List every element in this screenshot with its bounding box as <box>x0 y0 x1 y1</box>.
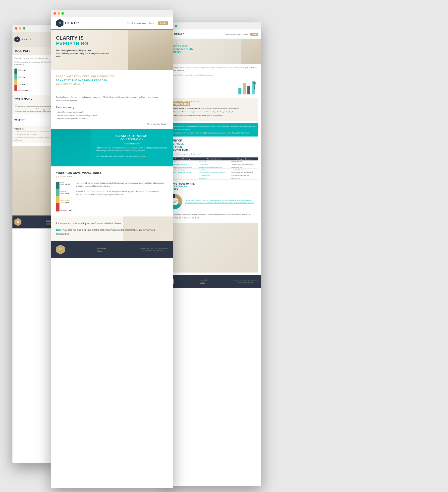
collab-content: CLARITY THROUGH COLLABORATION Hero7 clar… <box>56 134 168 158</box>
question-3: ...there are service gaps that can be fi… <box>56 118 168 120</box>
minimize-dot <box>19 27 21 30</box>
right-footer-credit: Website by GRM Marketing <box>233 281 258 283</box>
right-how-many-subtitle: know how well they are performed? By who… <box>167 153 258 155</box>
dot-3 <box>128 143 130 144</box>
svg-rect-2 <box>247 86 250 94</box>
table-row: QDIA Selection and Monitoring ERISA Serv… <box>167 163 258 166</box>
center-nav: H HERO7 Plan Governance Index Contact Lo… <box>51 17 173 30</box>
right-nav-pgi[interactable]: Plan Governance Index <box>224 33 241 35</box>
right-hero-content: Governance _ CLARIFY YOUR RETIREMENT PLA… <box>167 42 258 54</box>
gauge-bar <box>56 182 59 211</box>
right-hero-title: CLARIFY YOUR RETIREMENT PLAN PROCESS <box>167 45 258 54</box>
table-row: Model Value Selections and Monitoring Re… <box>167 166 258 169</box>
pgi-result-text: The result is a Plan Governance Index™ S… <box>76 190 168 196</box>
table-body: IPS Fiduciary Plan Design Wellness Servi… <box>167 160 258 180</box>
dot-8 <box>138 143 140 144</box>
cell-admin-4: Payroll Integration <box>198 169 230 171</box>
svg-rect-1 <box>243 83 246 94</box>
left-what-title: WHAT IT <box>14 119 54 122</box>
gauge-low <box>14 69 17 74</box>
right-footer: H Leadership Contact Copyright Hero7 202… <box>164 275 261 288</box>
left-pgi-label: THE PGI IS... <box>14 128 54 130</box>
right-hero-section: Governance _ CLARIFY YOUR RETIREMENT PLA… <box>164 39 261 64</box>
label-high: HIGH RISK 0-65 <box>18 89 28 91</box>
three-areas-text: Plan success is a measure of how well fi… <box>185 199 258 204</box>
right-how-many-title: W MANY OF SE SERVICES LY TO YOUR REMENT … <box>167 139 258 152</box>
questions-desc: Benefit plans are often complex and opaq… <box>56 96 168 102</box>
areas-desc: Plan success is a measure of how well fi… <box>185 199 258 204</box>
left-intro-text1: Hero7 helps you create a better pro reti… <box>14 57 54 59</box>
right-footer-links: Leadership Contact <box>200 279 208 284</box>
center-logo-text: HERO7 <box>65 21 79 25</box>
table-header: Process of Investing Plan Administration… <box>167 157 258 160</box>
right-nav-login[interactable]: Log In <box>250 33 258 36</box>
table-row: Investment Benchmarking Services Payroll… <box>167 169 258 171</box>
right-footer-link-leadership[interactable]: Leadership <box>200 279 208 281</box>
footer-copyright: Copyright Hero7 2021. All rights reserve… <box>138 248 168 250</box>
left-why-text: As a plan fiduciary, you have a responsi… <box>14 106 54 112</box>
right-benefit-2: ► Gain peace of mind knowing how service… <box>170 111 256 113</box>
label-med-high: MEDIUM-HIGHRISK 66-60 <box>18 82 28 85</box>
benefit-text-1: Reduce the risk of a fiduciary breach wh… <box>173 107 239 110</box>
col-header-outcomes: Participant Outcomes <box>230 157 258 160</box>
center-nav-links: Plan Governance Index Contact Log In <box>127 21 168 25</box>
svg-point-4 <box>253 82 256 85</box>
gauge-seg-low <box>56 182 59 189</box>
left-pgi-desc3: An indicator of where you may wish to up… <box>14 137 54 141</box>
hero7-areas-desc: Hero7 addresses each of these three core… <box>167 213 258 215</box>
learn-more-link[interactable]: LEARN MORE ABOUT THE PGI ▸ <box>167 217 258 219</box>
footer-link-leadership[interactable]: Leadership <box>97 247 106 249</box>
center-footer-info: Copyright Hero7 2021. All rights reserve… <box>138 248 168 252</box>
benefit-bold-3: Focus <box>173 115 177 117</box>
cell-outcome-7: HSA Services <box>230 177 258 180</box>
pgi-result-link[interactable]: Plan Governance Index™ <box>87 190 107 193</box>
benefit-rest-2: knowing how service providers are aligne… <box>187 111 235 113</box>
areas-link1[interactable]: plan administration <box>239 199 251 201</box>
cell-admin-2: ERISA Services <box>198 163 230 166</box>
pgi-subtitle: (PGI™) SCORE <box>56 175 168 178</box>
center-footer-links: Leadership Contact <box>97 247 106 252</box>
gauge-label-high: HIGH RISK 0-65 <box>60 210 72 211</box>
collab-text6: Hero7 shines the light on best practices… <box>96 155 134 157</box>
close-dot <box>15 27 17 30</box>
right-nav-contact[interactable]: Contact <box>243 33 248 35</box>
center-footer-logo: H <box>56 245 65 255</box>
nav-link-contact[interactable]: Contact <box>149 22 155 24</box>
transparency-line2: Hero7 will help you find the peace of mi… <box>56 228 168 236</box>
right-footer-copyright: Copyright Hero7 2021. All rights reserve… <box>233 280 258 281</box>
cell-admin-7: Cybersecurity <box>198 177 230 180</box>
right-governance-label: Governance _ <box>167 42 258 44</box>
left-why-title: WHY IT MATTE <box>14 97 54 100</box>
how-rest: do you know? <box>153 122 168 125</box>
right-plan-desc: A plan designed to deliver savings and t… <box>167 67 258 76</box>
hero-title-main: CLARITY IS <box>56 35 168 41</box>
center-browser-bar <box>51 10 173 17</box>
cell-admin-5: Audit Coordination Services and Oversigh… <box>198 171 230 174</box>
right-footer-link-contact[interactable]: Contact <box>200 282 208 284</box>
footer-link-contact[interactable]: Contact <box>97 250 106 252</box>
left-intro-text2: We'll help you understand and quan and r… <box>14 61 54 66</box>
left-browser-bar <box>12 25 56 32</box>
transparency-content: Retirement and other benefit plans aren'… <box>56 221 168 236</box>
cell-admin-1: Plan Design <box>198 160 230 163</box>
right-chart-illustration <box>236 78 258 96</box>
areas-link2[interactable]: process of investing <box>199 202 212 204</box>
pgi-desc: Hero7 is an advisor-led process that gui… <box>76 182 168 188</box>
left-what-section: WHAT IT <box>12 117 56 124</box>
hero-desc-rest: will help you create clarity that drives… <box>56 52 109 58</box>
right-browser-bar <box>164 22 261 29</box>
left-pgi-desc1: A number that represents the success of … <box>14 131 54 133</box>
gauge-high <box>14 85 17 91</box>
center-minimize-dot <box>57 12 60 15</box>
nav-link-pgi[interactable]: Plan Governance Index <box>127 22 146 24</box>
dot-4 <box>130 143 132 144</box>
left-pgi-title: YOUR PGI S <box>14 49 54 52</box>
footer-credit: Website by GRM Marketing <box>138 250 168 252</box>
tagline-2: DEMYSTIFY THE OVERSIGHT PROCESS <box>56 79 168 81</box>
right-nav: H HERO7 Plan Governance Index Contact Lo… <box>164 29 261 39</box>
three-areas-chart-row: Plan success is a measure of how well fi… <box>167 192 258 211</box>
right-main-content: A plan designed to deliver savings and t… <box>164 64 261 275</box>
nav-login-button[interactable]: Log In <box>158 21 168 25</box>
hero-desc-plain: Most benefit plans are anything but clea… <box>56 49 91 52</box>
left-gauge-bar <box>14 69 17 91</box>
